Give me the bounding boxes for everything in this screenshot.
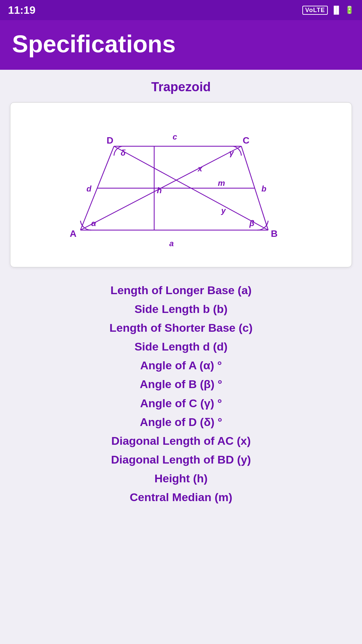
spec-y: Diagonal Length of BD (y) [110, 450, 253, 469]
main-content: Trapezoid .trap { stroke: #7b12b8; strok… [0, 70, 362, 517]
status-bar: 11:19 VoLTE ▐▌ 🔋 [0, 0, 362, 20]
svg-text:α: α [91, 219, 97, 228]
svg-text:b: b [261, 184, 266, 193]
spec-delta: Angle of D (δ) ° [110, 413, 253, 431]
svg-text:B: B [271, 228, 278, 239]
specs-list: Length of Longer Base (a)Side Length b (… [110, 281, 253, 506]
svg-text:C: C [243, 135, 249, 146]
header: Specifications [0, 20, 362, 70]
spec-gamma: Angle of C (γ) ° [110, 394, 253, 413]
svg-text:m: m [218, 178, 225, 187]
status-icons: VoLTE ▐▌ 🔋 [302, 6, 354, 15]
spec-c: Length of Shorter Base (c) [110, 318, 253, 337]
spec-m: Central Median (m) [110, 488, 253, 506]
svg-text:h: h [157, 186, 162, 195]
diagram-card: .trap { stroke: #7b12b8; stroke-width: 2… [10, 102, 352, 267]
svg-text:a: a [169, 239, 174, 248]
signal-icon: ▐▌ [331, 6, 342, 14]
svg-text:D: D [107, 135, 113, 146]
spec-x: Diagonal Length of AC (x) [110, 431, 253, 450]
spec-b: Side Length b (b) [110, 300, 253, 318]
spec-a: Length of Longer Base (a) [110, 281, 253, 300]
svg-text:x: x [197, 164, 203, 173]
svg-text:A: A [70, 228, 76, 239]
battery-icon: 🔋 [345, 6, 354, 14]
spec-beta: Angle of B (β) ° [110, 375, 253, 393]
trapezoid-diagram: .trap { stroke: #7b12b8; stroke-width: 2… [54, 113, 308, 254]
spec-d: Side Length d (d) [110, 337, 253, 356]
shape-label: Trapezoid [151, 80, 210, 94]
svg-text:γ: γ [229, 148, 234, 157]
svg-text:y: y [221, 206, 226, 215]
spec-alpha: Angle of A (α) ° [110, 356, 253, 375]
spec-h: Height (h) [110, 469, 253, 488]
svg-text:d: d [86, 184, 92, 193]
status-time: 11:19 [8, 4, 36, 16]
svg-text:β: β [249, 219, 254, 228]
volte-icon: VoLTE [302, 6, 327, 15]
page-title: Specifications [12, 31, 176, 57]
svg-text:c: c [173, 132, 177, 141]
svg-text:δ: δ [121, 148, 126, 157]
